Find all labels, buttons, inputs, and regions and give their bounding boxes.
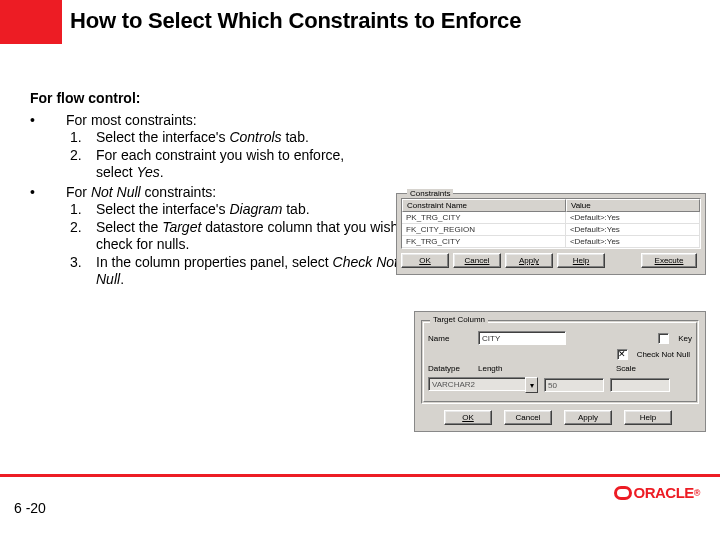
help-button[interactable]: Help — [624, 410, 672, 425]
name-row: Name CITY Key — [428, 331, 692, 345]
target-column-group: Target Column Name CITY Key ✕ Check Not … — [421, 320, 699, 404]
help-button[interactable]: Help — [557, 253, 605, 268]
key-label: Key — [678, 334, 692, 343]
key-checkbox[interactable] — [658, 333, 669, 344]
name-field[interactable]: CITY — [478, 331, 566, 345]
list-text: For each constraint you wish to enforce,… — [96, 147, 376, 182]
name-label: Name — [428, 334, 472, 343]
oracle-o-icon — [614, 486, 632, 500]
datatype-value: VARCHAR2 — [428, 377, 525, 391]
footer-divider — [0, 474, 720, 477]
list-number: 1. — [70, 129, 96, 147]
bullet-most-constraints: • For most constraints: — [30, 112, 700, 130]
list-text: In the column properties panel, select C… — [96, 254, 416, 289]
check-not-null-checkbox[interactable]: ✕ — [617, 349, 628, 360]
check-not-null-label: Check Not Null — [637, 350, 690, 359]
cell-value: <Default>:Yes — [566, 212, 700, 224]
slide: How to Select Which Constraints to Enfor… — [0, 0, 720, 540]
page-number: 6 -20 — [14, 500, 46, 516]
slide-title: How to Select Which Constraints to Enfor… — [70, 8, 521, 34]
column-header-value[interactable]: Value — [566, 199, 700, 212]
cell-name: PK_TRG_CITY — [402, 212, 566, 224]
scale-label: Scale — [616, 364, 646, 373]
list-text: Select the interface's Controls tab. — [96, 129, 376, 147]
cancel-button[interactable]: Cancel — [504, 410, 552, 425]
bullet-marker: • — [30, 184, 66, 202]
constraints-panel: Constraints Constraint Name Value PK_TRG… — [396, 193, 706, 275]
apply-button[interactable]: Apply — [505, 253, 553, 268]
datatype-inputs-row: VARCHAR2 ▾ 50 — [428, 377, 692, 393]
group-label-target: Target Column — [430, 315, 488, 324]
list-text: Select the Target datastore column that … — [96, 219, 416, 254]
list-text: Select the interface's Diagram tab. — [96, 201, 416, 219]
list-number: 1. — [70, 201, 96, 219]
constraints-table: Constraint Name Value PK_TRG_CITY <Defau… — [401, 198, 701, 249]
chevron-down-icon[interactable]: ▾ — [525, 377, 538, 393]
cell-name: FK_CITY_REGION — [402, 224, 566, 236]
table-row[interactable]: PK_TRG_CITY <Default>:Yes — [402, 212, 700, 224]
list-item: 1. Select the interface's Controls tab. — [70, 129, 700, 147]
datatype-label: Datatype — [428, 364, 472, 373]
cancel-button[interactable]: Cancel — [453, 253, 501, 268]
ok-button[interactable]: OK — [401, 253, 449, 268]
cell-value: <Default>:Yes — [566, 224, 700, 236]
length-label: Length — [478, 364, 508, 373]
target-column-panel: Target Column Name CITY Key ✕ Check Not … — [414, 311, 706, 432]
group-label-constraints: Constraints — [407, 189, 453, 198]
apply-button[interactable]: Apply — [564, 410, 612, 425]
oracle-logo: ORACLE® — [614, 484, 700, 501]
bullet-marker: • — [30, 112, 66, 130]
svg-rect-0 — [615, 487, 630, 498]
list-number: 2. — [70, 219, 96, 254]
table-row[interactable]: FK_CITY_REGION <Default>:Yes — [402, 224, 700, 236]
cell-value: <Default>:Yes — [566, 236, 700, 248]
datatype-dropdown[interactable]: VARCHAR2 ▾ — [428, 377, 538, 393]
cell-name: FK_TRG_CITY — [402, 236, 566, 248]
bullet-text: For most constraints: — [66, 112, 700, 130]
oracle-logo-text: ORACLE — [634, 484, 694, 501]
table-header: Constraint Name Value — [402, 199, 700, 212]
title-accent-block — [0, 0, 62, 44]
check-not-null-row: ✕ Check Not Null — [428, 349, 692, 360]
column-header-name[interactable]: Constraint Name — [402, 199, 566, 212]
length-field[interactable]: 50 — [544, 378, 604, 392]
list-number: 2. — [70, 147, 96, 182]
section-heading-flow: For flow control: — [30, 90, 700, 108]
constraints-button-row: OK Cancel Apply Help Execute — [401, 253, 701, 268]
list-item: 2. For each constraint you wish to enfor… — [70, 147, 700, 182]
target-button-row: OK Cancel Apply Help — [421, 410, 699, 425]
scale-field[interactable] — [610, 378, 670, 392]
ordered-list-a: 1. Select the interface's Controls tab. … — [70, 129, 700, 182]
execute-button[interactable]: Execute — [641, 253, 697, 268]
list-number: 3. — [70, 254, 96, 289]
table-row[interactable]: FK_TRG_CITY <Default>:Yes — [402, 236, 700, 248]
datatype-row: Datatype Length Scale — [428, 364, 692, 373]
ok-button[interactable]: OK — [444, 410, 492, 425]
